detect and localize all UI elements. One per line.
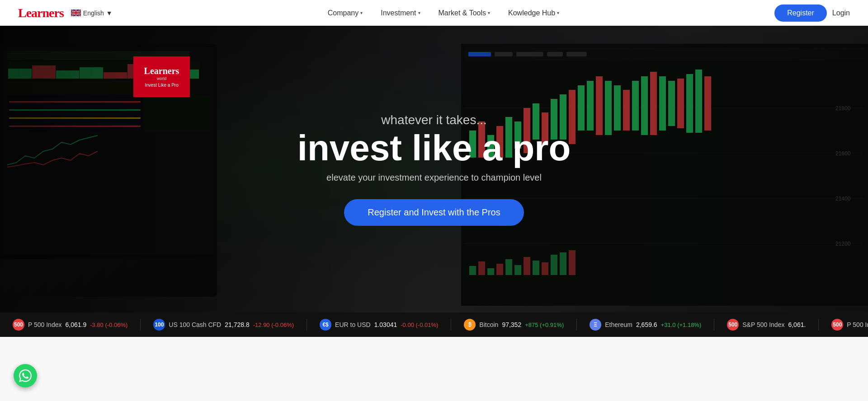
ticker-change: -0.00 (-0.01%): [401, 322, 438, 328]
ticker-change: -12.90 (-0.06%): [253, 322, 294, 328]
ticker-name: P 500 Index: [28, 321, 61, 328]
hero-logo-tagline: Invest Like a Pro: [145, 83, 178, 88]
uk-flag-icon: [71, 9, 81, 16]
bottom-section: [0, 337, 868, 401]
ticker-name: P 500 Index: [847, 321, 868, 328]
ticker-item: ΞEthereum2,659.6+31.0 (+1.18%): [577, 319, 714, 331]
ticker-price: 2,659.6: [636, 321, 657, 328]
nav-company-label: Company: [328, 9, 359, 17]
ticker-icon: €$: [320, 319, 331, 331]
nav-investment[interactable]: Investment ▾: [381, 9, 420, 17]
hero-logo-world: world: [157, 76, 167, 81]
ticker-item: 500S&P 500 Index6,061.: [714, 319, 819, 331]
ticker-price: 6,061.: [788, 321, 806, 328]
logo-text: Learners: [18, 6, 64, 20]
hero-description: elevate your investment experience to ch…: [326, 173, 542, 183]
navbar-nav: Company ▾ Investment ▾ Market & Tools ▾ …: [328, 9, 559, 17]
ticker-change: +875 (+0.91%): [525, 322, 564, 328]
ticker-icon: 100: [153, 319, 165, 331]
ticker-price: 1.03041: [374, 321, 397, 328]
nav-company[interactable]: Company ▾: [328, 9, 363, 17]
ticker-icon: 500: [727, 319, 739, 331]
ticker-name: EUR to USD: [335, 321, 371, 328]
login-button[interactable]: Login: [832, 9, 850, 17]
ticker-name: Ethereum: [605, 321, 632, 328]
ticker-name: Bitcoin: [479, 321, 498, 328]
lang-label: English: [83, 9, 104, 17]
nav-market-tools-label: Market & Tools: [439, 9, 486, 17]
whatsapp-button[interactable]: [14, 364, 37, 387]
ticker-item: €$EUR to USD1.03041-0.00 (-0.01%): [307, 319, 451, 331]
ticker-name: S&P 500 Index: [742, 321, 784, 328]
ticker-icon: ₿: [464, 319, 476, 331]
hero-subtitle: whatever it takes...: [381, 113, 486, 127]
nav-investment-label: Investment: [381, 9, 416, 17]
hero-cta-button[interactable]: Register and Invest with the Pros: [344, 199, 524, 226]
ticker-item: 500P 500 Index6,061.9-3.80 (-0.06%): [0, 319, 141, 331]
ticker-icon: Ξ: [590, 319, 601, 331]
register-button[interactable]: Register: [774, 5, 827, 22]
ticker-change: -3.80 (-0.06%): [90, 322, 127, 328]
nav-company-chevron: ▾: [360, 10, 363, 15]
navbar-left: Learners English ▼: [18, 6, 113, 20]
hero-content: whatever it takes... invest like a pro e…: [0, 113, 868, 226]
hero-logo-box: Learners world Invest Like a Pro: [133, 56, 190, 97]
hero-logo-text: Learners: [144, 66, 179, 76]
nav-knowledge-hub-chevron: ▾: [557, 10, 559, 15]
nav-market-tools[interactable]: Market & Tools ▾: [439, 9, 491, 17]
nav-market-tools-chevron: ▾: [488, 10, 490, 15]
language-selector[interactable]: English ▼: [71, 9, 113, 17]
ticker-icon: 500: [831, 319, 843, 331]
navbar: Learners English ▼ Company ▾ Investment …: [0, 0, 868, 26]
navbar-actions: Register Login: [774, 5, 850, 22]
ticker-bar: 500P 500 Index6,061.9-3.80 (-0.06%)100US…: [0, 312, 868, 337]
ticker-price: 6,061.9: [65, 321, 86, 328]
ticker-item: 100US 100 Cash CFD21,728.8-12.90 (-0.06%…: [141, 319, 307, 331]
nav-knowledge-hub[interactable]: Kowledge Hub ▾: [508, 9, 559, 17]
nav-investment-chevron: ▾: [418, 10, 420, 15]
hero-section: 21800 21600 21400 21200: [0, 26, 868, 312]
ticker-inner: 500P 500 Index6,061.9-3.80 (-0.06%)100US…: [0, 319, 868, 331]
lang-arrow: ▼: [106, 9, 113, 17]
nav-knowledge-hub-label: Kowledge Hub: [508, 9, 555, 17]
whatsapp-icon: [19, 369, 32, 382]
ticker-change: +31.0 (+1.18%): [661, 322, 702, 328]
ticker-price: 97,352: [502, 321, 521, 328]
ticker-name: US 100 Cash CFD: [169, 321, 221, 328]
ticker-price: 21,728.8: [225, 321, 250, 328]
logo[interactable]: Learners: [18, 6, 64, 20]
ticker-item: ₿Bitcoin97,352+875 (+0.91%): [451, 319, 577, 331]
ticker-item: 500P 500 Index6,061.9-3.80 (-0.06%): [819, 319, 868, 331]
hero-title: invest like a pro: [297, 129, 571, 167]
ticker-icon: 500: [13, 319, 24, 331]
